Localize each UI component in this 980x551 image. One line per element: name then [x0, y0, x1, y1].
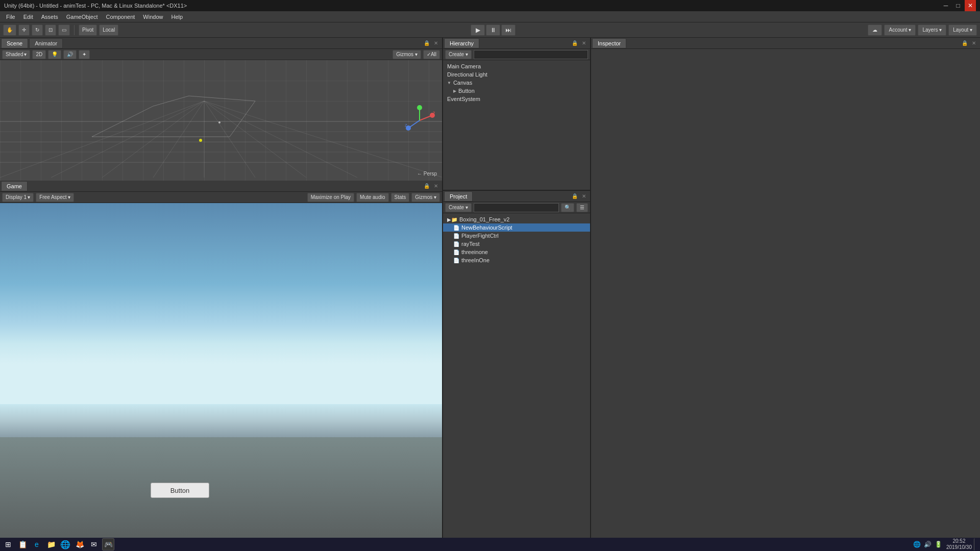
game-gizmos-dropdown[interactable]: Gizmos ▾ [411, 193, 440, 202]
pause-button[interactable]: ⏸ [486, 24, 500, 36]
threeinone-icon: 📄 [453, 258, 459, 263]
proj-item-newbehaviour[interactable]: 📄 NewBehaviourScript [443, 223, 590, 232]
mail-button[interactable]: ✉ [88, 538, 100, 550]
display-dropdown[interactable]: Display 1 ▾ [2, 193, 34, 202]
project-search-input[interactable] [474, 203, 559, 212]
project-lock-icon[interactable]: 🔒 [571, 192, 579, 201]
scene-light-button[interactable]: 💡 [48, 50, 61, 59]
gizmos-label: Gizmos ▾ [396, 52, 418, 57]
inspector-tab[interactable]: Inspector [592, 38, 626, 48]
hierarchy-panel: Hierarchy 🔒 ✕ Create ▾ Main Camera Direc [443, 38, 590, 191]
inspector-lock-icon[interactable]: 🔒 [961, 39, 969, 47]
free-aspect-dropdown[interactable]: Free Aspect ▾ [36, 193, 74, 202]
hierarchy-create-button[interactable]: Create ▾ [445, 50, 472, 59]
svg-text:Z: Z [405, 123, 407, 128]
hier-item-main-camera[interactable]: Main Camera [443, 62, 590, 70]
proj-item-playerfight[interactable]: 📄 PlayerFightCtrl [443, 232, 590, 240]
scene-tab[interactable]: Scene [1, 38, 28, 48]
firefox-button[interactable]: 🦊 [74, 538, 86, 550]
scene-fx-button[interactable]: ✦ [79, 50, 90, 59]
rotate-tool-button[interactable]: ↻ [32, 24, 43, 36]
scene-lock-icon[interactable]: 🔒 [423, 39, 431, 47]
step-button[interactable]: ⏭ [501, 24, 516, 36]
hand-tool-button[interactable]: ✋ [3, 24, 16, 36]
move-tool-button[interactable]: ✛ [18, 24, 30, 36]
menu-help[interactable]: Help [167, 13, 187, 21]
mute-audio-button[interactable]: Mute audio [356, 193, 388, 202]
explorer-button[interactable]: 📁 [45, 538, 57, 550]
cloud-button[interactable]: ☁ [868, 24, 882, 36]
2d-button[interactable]: 2D [32, 50, 46, 59]
local-button[interactable]: Local [99, 24, 118, 36]
minimize-button[interactable]: ─ [940, 0, 951, 11]
proj-item-threeinone[interactable]: 📄 threeInOne [443, 256, 590, 264]
game-ui-button[interactable]: Button [151, 483, 209, 498]
account-button[interactable]: Account ▾ [884, 24, 916, 36]
hierarchy-close-icon[interactable]: ✕ [580, 39, 588, 47]
menu-edit[interactable]: Edit [19, 13, 37, 21]
stats-button[interactable]: Stats [391, 193, 410, 202]
rect-tool-button[interactable]: ▭ [58, 24, 70, 36]
project-tab[interactable]: Project [444, 191, 473, 202]
hier-item-directional-light[interactable]: Directional Light [443, 70, 590, 79]
scene-tabbar: Scene Animator 🔒 ✕ [0, 38, 442, 49]
proj-item-threeinone-lower[interactable]: 📄 threeinone [443, 248, 590, 256]
menu-window[interactable]: Window [139, 13, 167, 21]
display-arrow: ▾ [28, 194, 30, 200]
hier-item-canvas[interactable]: ▼ Canvas [443, 79, 590, 87]
maximize-on-play-button[interactable]: Maximize on Play [307, 193, 354, 202]
hier-item-button[interactable]: ▶ Button [443, 87, 590, 95]
project-filter-button[interactable]: ☰ [576, 203, 588, 212]
unity-taskbar-button[interactable]: 🎮 [102, 538, 114, 550]
speaker-icon[interactable]: 🔊 [924, 541, 932, 548]
proj-item-boxing[interactable]: ▶📁 Boxing_01_Free_v2 [443, 215, 590, 223]
scene-view[interactable]: X Y Z ← Persp [0, 60, 442, 181]
close-button[interactable]: ✕ [965, 0, 976, 11]
taskbar-clock[interactable]: 20:52 2019/10/30 [946, 538, 972, 550]
hierarchy-search-input[interactable] [474, 50, 588, 59]
scale-tool-button[interactable]: ⊡ [45, 24, 56, 36]
inspector-close-icon[interactable]: ✕ [970, 39, 978, 47]
proj-item-raytest[interactable]: 📄 rayTest [443, 240, 590, 248]
display-label: Display 1 [6, 194, 27, 200]
animator-tab[interactable]: Animator [29, 38, 63, 48]
free-aspect-label: Free Aspect [39, 194, 66, 200]
hier-item-eventsystem[interactable]: EventSystem [443, 95, 590, 103]
toolbar-divider-1 [74, 25, 75, 35]
battery-icon[interactable]: 🔋 [935, 541, 942, 548]
layers-button[interactable]: Layers ▾ [918, 24, 946, 36]
project-search-button[interactable]: 🔍 [561, 203, 574, 212]
play-button[interactable]: ▶ [471, 24, 485, 36]
all-button[interactable]: ✓All [423, 50, 440, 59]
menu-gameobject[interactable]: GameObject [62, 13, 102, 21]
ie-button[interactable]: e [31, 538, 43, 550]
hierarchy-tab[interactable]: Hierarchy [444, 38, 479, 48]
scene-close-icon[interactable]: ✕ [432, 39, 440, 47]
menu-component[interactable]: Component [102, 13, 139, 21]
svg-text:Y: Y [419, 105, 422, 108]
menu-assets[interactable]: Assets [37, 13, 62, 21]
pivot-button[interactable]: Pivot [79, 24, 97, 36]
inspector-content [591, 49, 980, 538]
game-close-icon[interactable]: ✕ [432, 182, 440, 190]
chrome-button[interactable]: 🌐 [59, 538, 71, 550]
layout-button[interactable]: Layout ▾ [948, 24, 977, 36]
shaded-dropdown[interactable]: Shaded ▾ [2, 50, 30, 59]
game-lock-icon[interactable]: 🔒 [423, 182, 431, 190]
game-tab[interactable]: Game [1, 181, 28, 191]
menu-file[interactable]: File [2, 13, 19, 21]
maximize-button[interactable]: □ [952, 0, 964, 11]
playerfight-icon: 📄 [453, 233, 459, 239]
taskview-button[interactable]: 📋 [16, 538, 29, 550]
scene-audio-button[interactable]: 🔊 [63, 50, 77, 59]
game-view[interactable]: Button [0, 203, 442, 538]
project-create-button[interactable]: Create ▾ [445, 203, 472, 212]
gizmos-dropdown[interactable]: Gizmos ▾ [393, 50, 421, 59]
network-icon[interactable]: 🌐 [913, 541, 921, 548]
game-ground [0, 437, 442, 538]
start-button[interactable]: ⊞ [2, 538, 14, 550]
show-desktop-button[interactable] [974, 538, 978, 550]
project-close-icon[interactable]: ✕ [580, 192, 588, 201]
maximize-on-play-label: Maximize on Play [311, 194, 351, 200]
hierarchy-lock-icon[interactable]: 🔒 [571, 39, 579, 47]
